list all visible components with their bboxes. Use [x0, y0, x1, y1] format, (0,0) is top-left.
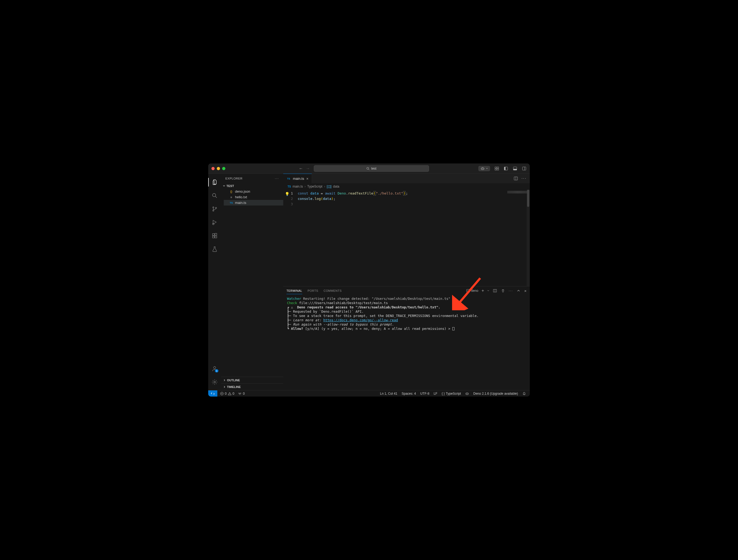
svg-rect-8	[495, 169, 496, 170]
beaker-icon	[212, 246, 218, 252]
activity-accounts[interactable]: 1	[208, 363, 221, 375]
sidebar-title: EXPLORER	[225, 177, 243, 180]
minimize-window-button[interactable]	[217, 167, 220, 170]
breadcrumb-symbol: data	[333, 185, 339, 188]
panel-maximize-button[interactable]	[516, 288, 521, 293]
typescript-icon: TS	[229, 201, 234, 204]
folder-header[interactable]: TEST	[221, 183, 283, 189]
activity-source-control[interactable]	[208, 203, 221, 215]
nav-back-button[interactable]: ←	[298, 166, 304, 171]
file-label: hello.txt	[235, 195, 247, 199]
svg-point-4	[483, 168, 483, 169]
status-ports[interactable]: 0	[238, 392, 245, 396]
file-label: deno.json	[235, 189, 250, 193]
svg-rect-11	[504, 167, 506, 170]
status-problems[interactable]: 0 0	[220, 392, 234, 396]
tab-main-ts[interactable]: TS main.ts ×	[283, 174, 312, 183]
activity-testing[interactable]	[208, 243, 221, 255]
activity-run-debug[interactable]	[208, 216, 221, 228]
code-editor[interactable]: 💡 1 2 3 const data = await Deno.readText…	[283, 190, 530, 286]
braces-icon: { }	[442, 392, 445, 396]
lightbulb-icon[interactable]: 💡	[285, 191, 289, 197]
vertical-scrollbar[interactable]	[526, 190, 530, 286]
tab-more-button[interactable]: ···	[521, 176, 526, 181]
nav-arrows: ← →	[298, 166, 311, 171]
panel-tab-terminal[interactable]: TERMINAL	[287, 288, 302, 294]
remote-button[interactable]	[208, 390, 217, 397]
terminal-output[interactable]: Watcher Restarting! File change detected…	[283, 295, 530, 390]
code-content: const data = await Deno.readTextFile("./…	[298, 190, 408, 286]
svg-point-41	[467, 393, 468, 394]
svg-rect-24	[215, 236, 217, 238]
breadcrumb[interactable]: TS main.ts › TypeScript › [◫] data	[283, 183, 530, 190]
symbol-variable-icon: [◫]	[327, 185, 332, 188]
svg-point-38	[240, 393, 240, 394]
status-notifications[interactable]	[522, 392, 526, 396]
status-indent[interactable]: Spaces: 4	[402, 392, 416, 396]
terminal-profile-selector[interactable]: deno	[466, 289, 478, 293]
new-terminal-button[interactable]: +	[481, 288, 484, 293]
file-item-deno-json[interactable]: {} deno.json	[224, 189, 283, 194]
svg-rect-30	[466, 290, 470, 292]
activity-settings[interactable]	[208, 376, 221, 388]
status-cursor[interactable]: Ln 1, Col 41	[380, 392, 397, 396]
svg-point-19	[213, 210, 214, 211]
breadcrumb-lang: TypeScript	[307, 185, 322, 188]
split-terminal-button[interactable]	[492, 288, 497, 293]
toggle-primary-sidebar-button[interactable]	[503, 166, 508, 171]
vscode-window: ← → test	[208, 163, 530, 397]
status-encoding[interactable]: UTF-8	[420, 392, 429, 396]
panel-close-button[interactable]: ×	[524, 289, 526, 293]
activity-search[interactable]	[208, 190, 221, 201]
maximize-window-button[interactable]	[222, 167, 225, 170]
accounts-badge: 1	[215, 369, 219, 373]
status-language[interactable]: { } TypeScript	[442, 392, 461, 396]
svg-point-0	[367, 167, 369, 169]
panel-tabs: TERMINAL PORTS COMMENTS deno + ···	[283, 287, 530, 295]
svg-rect-9	[497, 169, 499, 170]
svg-rect-14	[522, 167, 526, 170]
nav-forward-button[interactable]: →	[305, 166, 311, 171]
panel-tab-ports[interactable]: PORTS	[308, 288, 318, 294]
search-icon	[212, 192, 218, 199]
editor-group: TS main.ts × ··· TS main.ts › TypeScript…	[283, 174, 530, 390]
typescript-icon: TS	[288, 185, 291, 188]
play-bug-icon	[212, 219, 218, 225]
chevron-down-icon[interactable]	[487, 290, 489, 292]
svg-point-16	[213, 193, 216, 197]
status-deno[interactable]: Deno 2.1.6 (Upgrade available)	[473, 392, 518, 396]
outline-section[interactable]: OUTLINE	[221, 377, 283, 384]
file-item-main-ts[interactable]: TS main.ts	[224, 200, 283, 205]
sidebar-more-button[interactable]: ···	[275, 177, 279, 180]
file-item-hello-txt[interactable]: ≡ hello.txt	[224, 194, 283, 200]
panel-tab-comments[interactable]: COMMENTS	[324, 288, 342, 294]
search-icon	[366, 167, 370, 170]
minimap[interactable]	[507, 191, 529, 193]
tab-label: main.ts	[293, 176, 304, 180]
svg-rect-13	[513, 169, 517, 170]
close-window-button[interactable]	[212, 167, 215, 170]
bottom-panel: TERMINAL PORTS COMMENTS deno + ···	[283, 286, 530, 390]
panel-more-button[interactable]: ···	[508, 289, 513, 293]
status-eol[interactable]: LF	[434, 392, 437, 396]
kill-terminal-button[interactable]	[500, 288, 505, 293]
split-editor-button[interactable]	[513, 176, 518, 181]
toggle-secondary-sidebar-button[interactable]	[522, 166, 526, 171]
svg-rect-22	[213, 234, 215, 235]
svg-rect-7	[497, 167, 499, 168]
activity-extensions[interactable]	[208, 230, 221, 242]
status-copilot[interactable]	[465, 392, 469, 396]
svg-rect-2	[481, 168, 484, 170]
command-center-search[interactable]: test	[314, 165, 429, 172]
layout-customize-button[interactable]	[494, 166, 499, 171]
copilot-button[interactable]	[478, 166, 490, 171]
tab-close-button[interactable]: ×	[306, 176, 308, 181]
toggle-panel-button[interactable]	[513, 166, 517, 171]
typescript-icon: TS	[287, 177, 291, 180]
timeline-section[interactable]: TIMELINE	[221, 384, 283, 390]
chevron-right-icon: ›	[324, 185, 325, 188]
tab-bar: TS main.ts × ···	[283, 174, 530, 183]
chevron-right-icon: ›	[304, 185, 306, 188]
activity-explorer[interactable]	[208, 176, 221, 188]
status-bar: 0 0 0 Ln 1, Col 41 Spaces: 4 UTF-8 LF { …	[208, 390, 530, 397]
